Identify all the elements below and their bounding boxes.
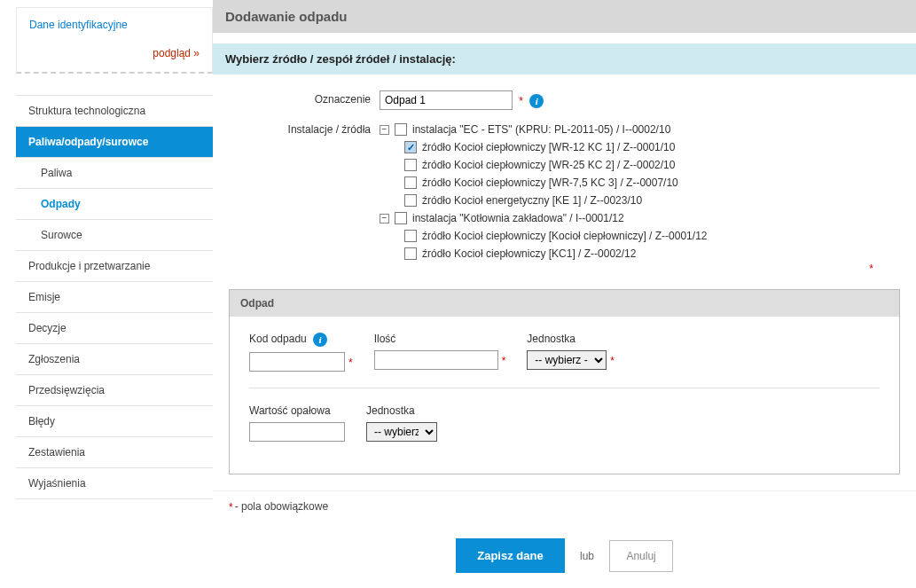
nav-odpady[interactable]: Odpady: [16, 189, 213, 220]
ilosc-label: Ilość: [374, 333, 506, 345]
tree-checkbox[interactable]: [404, 194, 417, 207]
tree-node-kociol-cieplo: źródło Kocioł ciepłowniczy [Kocioł ciepł…: [380, 227, 900, 245]
jednostka2-label: Jednostka: [366, 404, 437, 417]
wartosc-opalowa-label: Wartość opałowa: [249, 404, 345, 417]
tree-checkbox[interactable]: [404, 159, 417, 171]
action-bar: Zapisz dane lub Anuluj: [213, 522, 916, 588]
page-title: Dodawanie odpadu: [213, 0, 916, 33]
odpad-panel-title: Odpad: [230, 290, 899, 317]
info-icon[interactable]: i: [313, 333, 327, 347]
wartosc-opalowa-input[interactable]: [249, 422, 345, 442]
save-button[interactable]: Zapisz dane: [456, 538, 564, 573]
preview-link[interactable]: podgląd »: [29, 47, 200, 59]
nav-zestawienia[interactable]: Zestawienia: [16, 437, 213, 468]
tree-node-kc1: źródło Kocioł ciepłowniczy [KC1] / Z--00…: [380, 245, 900, 263]
tree-checkbox[interactable]: [404, 230, 417, 242]
instalacje-label: Instalacje / źródła: [229, 121, 380, 136]
nav-decyzje[interactable]: Decyzje: [16, 313, 213, 344]
nav-przedsiewziecia[interactable]: Przedsięwzięcia: [16, 375, 213, 406]
nav-list: Struktura technologiczna Paliwa/odpady/s…: [16, 95, 213, 499]
tree: − instalacja "EC - ETS" (KPRU: PL-2011-0…: [380, 121, 900, 263]
required-note: *- pola obowiązkowe: [213, 490, 916, 522]
ilosc-input[interactable]: [374, 350, 498, 370]
nav-wyjasnienia[interactable]: Wyjaśnienia: [16, 468, 213, 499]
odpad-panel: Odpad Kod odpadu i * Ilość *: [229, 289, 900, 474]
tree-node-label: źródło Kocioł ciepłowniczy [WR-25 KC 2] …: [422, 159, 675, 171]
required-star: *: [519, 95, 523, 107]
tree-checkbox[interactable]: [395, 123, 407, 136]
nav-bledy[interactable]: Błędy: [16, 406, 213, 437]
tree-node-wr75: źródło Kocioł ciepłowniczy [WR-7,5 KC 3]…: [380, 174, 900, 192]
kod-odpadu-input[interactable]: [249, 352, 345, 372]
required-star: *: [610, 355, 615, 367]
oznaczenie-label: Oznaczenie: [229, 90, 380, 106]
nav-struktura[interactable]: Struktura technologiczna: [16, 96, 213, 127]
nav-emisje[interactable]: Emisje: [16, 282, 213, 313]
tree-checkbox[interactable]: [404, 176, 417, 189]
ident-box: Dane identyfikacyjne podgląd »: [16, 7, 213, 74]
form-area: Oznaczenie * i Instalacje / źródła − ins…: [213, 74, 916, 280]
info-icon[interactable]: i: [529, 94, 544, 108]
tree-checkbox[interactable]: [404, 141, 417, 153]
main-content: Dodawanie odpadu Wybierz źródło / zespół…: [213, 0, 916, 588]
required-star: *: [869, 263, 873, 275]
tree-checkbox[interactable]: [395, 212, 407, 224]
tree-node-inst-ec-ets: − instalacja "EC - ETS" (KPRU: PL-2011-0…: [380, 121, 900, 138]
tree-node-label: źródło Kocioł ciepłowniczy [WR-12 KC 1] …: [422, 141, 675, 153]
tree-node-ke1: źródło Kocioł energetyczny [KE 1] / Z--0…: [380, 192, 900, 209]
divider: [249, 388, 880, 388]
tree-node-label: instalacja "EC - ETS" (KPRU: PL-2011-05)…: [412, 123, 670, 136]
required-star: *: [502, 355, 506, 367]
sidebar: Dane identyfikacyjne podgląd » Struktura…: [0, 0, 213, 588]
nav-paliwa-odpady-surowce[interactable]: Paliwa/odpady/surowce: [16, 127, 213, 158]
cancel-button[interactable]: Anuluj: [609, 540, 672, 572]
oznaczenie-input[interactable]: [380, 90, 513, 110]
jednostka-select[interactable]: -- wybierz --: [527, 350, 607, 370]
or-label: lub: [580, 550, 594, 562]
tree-checkbox[interactable]: [404, 247, 417, 260]
tree-node-inst-kotlownia: − instalacja "Kotłownia zakładowa" / I--…: [380, 209, 900, 227]
nav-zgloszenia[interactable]: Zgłoszenia: [16, 344, 213, 375]
nav-produkcje[interactable]: Produkcje i przetwarzanie: [16, 251, 213, 282]
jednostka2-select[interactable]: -- wybierz --: [366, 422, 437, 442]
required-star: *: [348, 357, 353, 369]
kod-odpadu-label: Kod odpadu i: [249, 333, 353, 347]
tree-node-label: źródło Kocioł ciepłowniczy [KC1] / Z--00…: [422, 247, 636, 260]
tree-node-wr25: źródło Kocioł ciepłowniczy [WR-25 KC 2] …: [380, 156, 900, 174]
tree-collapse-icon[interactable]: −: [380, 125, 389, 135]
jednostka-label: Jednostka: [527, 333, 615, 345]
tree-node-wr12: źródło Kocioł ciepłowniczy [WR-12 KC 1] …: [380, 138, 900, 156]
tree-node-label: instalacja "Kotłownia zakładowa" / I--00…: [412, 212, 624, 224]
nav-surowce[interactable]: Surowce: [16, 220, 213, 251]
tree-node-label: źródło Kocioł energetyczny [KE 1] / Z--0…: [422, 194, 642, 207]
tree-node-label: źródło Kocioł ciepłowniczy [WR-7,5 KC 3]…: [422, 176, 678, 189]
section-subtitle: Wybierz źródło / zespół źródeł / instala…: [213, 43, 916, 74]
tree-collapse-icon[interactable]: −: [380, 214, 389, 223]
ident-link[interactable]: Dane identyfikacyjne: [29, 19, 128, 31]
tree-node-label: źródło Kocioł ciepłowniczy [Kocioł ciepł…: [422, 230, 707, 242]
nav-paliwa[interactable]: Paliwa: [16, 158, 213, 189]
